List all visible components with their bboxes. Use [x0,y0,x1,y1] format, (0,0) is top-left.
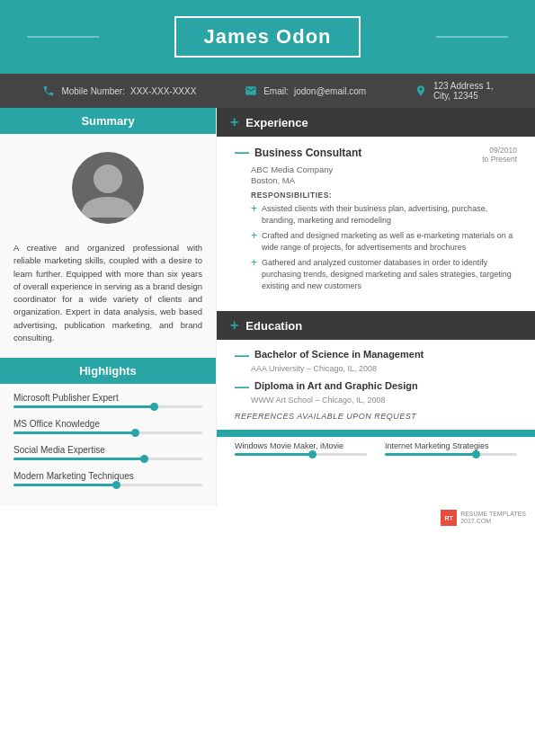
responsibility-item: +Crafted and designed marketing as well … [251,230,517,253]
bullet-icon: + [251,203,257,226]
address-value: 123 Address 1, City, 12345 [433,81,494,101]
education-item: — Bachelor of Science in Management AAA … [235,349,517,373]
skill-name: Microsoft Publisher Expert [13,393,202,403]
edu-degree: — Bachelor of Science in Management [235,349,517,363]
highlights-label: Highlights [79,364,137,378]
skill-name: Internet Marketing Strategies [385,441,517,450]
summary-label: Summary [81,114,134,128]
skill-bar-bg [13,484,202,486]
skill-item: Social Media Expertise [13,445,202,460]
svg-point-0 [94,165,122,193]
dash-icon: — [235,349,249,363]
address-contact: 123 Address 1, City, 12345 [414,81,494,101]
exp-location: Boston, MA [251,175,517,185]
exp-header: — Business Consultant 09/2010to Present [235,146,517,164]
avatar [72,152,144,224]
responsibility-item: +Gathered and analyzed customer database… [251,257,517,291]
right-column: + Experience — Business Consultant 09/20… [217,108,535,506]
responsibility-text: Gathered and analyzed customer databases… [262,257,517,291]
bottom-skill-item: Windows Movie Maker, iMovie [235,441,367,456]
edu-school: AAA University – Chicago, IL, 2008 [251,364,517,373]
skill-bar-fill [13,431,137,434]
highlights-header: Highlights [0,358,216,384]
avatar-container [0,134,216,233]
job-title: Business Consultant [254,147,361,159]
watermark-logo: RT [441,510,457,526]
phone-contact: Mobile Number: XXX-XXX-XXXX [41,84,196,98]
degree-title: Bachelor of Science in Management [254,349,424,360]
bottom-skills: Windows Movie Maker, iMovie Internet Mar… [217,441,535,456]
exp-company: ABC Media Company [251,165,517,174]
contact-bar: Mobile Number: XXX-XXX-XXXX Email: jodon… [0,74,535,108]
skill-bar-bg [235,453,367,456]
skill-bar-bg [385,453,517,456]
phone-icon [41,84,56,98]
responsibility-text: Crafted and designed marketing as well a… [262,230,517,253]
dash-icon: — [235,380,249,395]
skill-bar-fill [13,484,118,486]
education-header: + Education [217,311,535,340]
education-item: — Diploma in Art and Graphic Design WWW … [235,380,517,405]
phone-value: XXX-XXX-XXXX [130,86,196,96]
header-section: James Odon [0,0,535,74]
skill-bar-fill [13,458,146,460]
email-label: Email: [263,86,289,96]
highlights-section: Microsoft Publisher Expert MS Office Kno… [0,384,216,506]
degree-title: Diploma in Art and Graphic Design [254,380,418,391]
references-text: REFERENCES AVAILABLE UPON REQUEST [235,412,517,421]
email-contact: Email: jodon@email.com [244,84,366,98]
responsibility-item: +Assisted clients with their business pl… [251,203,517,226]
experience-label: Experience [245,116,308,129]
exp-date: 09/2010to Present [482,146,517,164]
experience-plus-icon: + [230,114,238,130]
summary-text: A creative and organized professional wi… [0,233,216,358]
education-plus-icon: + [230,317,238,334]
skill-item: Modern Marketing Techniques [13,471,202,486]
skill-name: Windows Movie Maker, iMovie [235,441,367,450]
responsibility-text: Assisted clients with their business pla… [262,203,517,226]
skill-bar-fill [235,453,314,456]
watermark-logo-text: RT [444,515,452,521]
bullet-icon: + [251,230,257,253]
watermark-text: RESUME TEMPLATES 2017.COM [460,511,526,526]
experience-section: — Business Consultant 09/2010to Present … [217,137,535,311]
bottom-skill-item: Internet Marketing Strategies [385,441,517,456]
edu-school: WWW Art School – Chicago, IL, 2008 [251,396,517,405]
bottom-accent-bar [217,430,535,437]
email-value: jodon@email.com [294,86,366,96]
skill-name: MS Office Knowledge [13,419,202,429]
dash-icon: — [235,146,249,160]
email-icon [244,84,258,98]
candidate-name: James Odon [203,25,331,49]
bullet-icon: + [251,257,257,291]
main-content: Summary A creative and organized profess… [0,108,535,506]
exp-title: — Business Consultant [235,146,361,160]
skill-bar-bg [13,405,202,408]
skill-name: Modern Marketing Techniques [13,471,202,481]
edu-degree: — Diploma in Art and Graphic Design [235,380,517,395]
header-line-right [436,37,508,38]
experience-item: — Business Consultant 09/2010to Present … [235,146,517,291]
skill-name: Social Media Expertise [13,445,202,455]
responsibilities-label: RESPONSIBILITIES: [251,191,517,200]
experience-header: + Experience [217,108,535,137]
left-column: Summary A creative and organized profess… [0,108,217,506]
skill-bar-bg [13,431,202,434]
header-line-left [27,37,99,38]
skill-bar-bg [13,458,202,460]
watermark: RT RESUME TEMPLATES 2017.COM [0,506,535,529]
skill-item: Microsoft Publisher Expert [13,393,202,408]
education-label: Education [245,319,302,333]
name-box: James Odon [174,16,360,58]
location-icon [414,84,428,98]
skill-item: MS Office Knowledge [13,419,202,434]
summary-header: Summary [0,108,216,134]
phone-label: Mobile Number: [61,86,125,96]
responsibilities-list: +Assisted clients with their business pl… [251,203,517,291]
skill-bar-fill [13,405,156,408]
skill-bar-fill [385,453,477,456]
education-section: — Bachelor of Science in Management AAA … [217,340,535,430]
